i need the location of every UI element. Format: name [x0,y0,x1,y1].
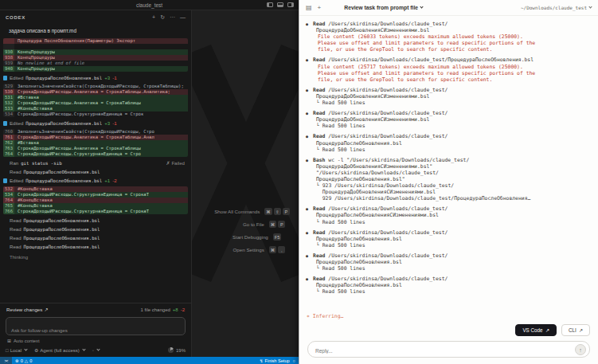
open-vscode-button[interactable]: VS Code ↗ [515,324,556,336]
diff-block: 532#КонецВставка534СтрокаДоходыИРасходы.… [3,186,188,214]
new-chat-icon[interactable]: + [152,14,155,20]
shortcut-row: Show All Commands⌘⇧P [192,208,299,215]
edited-file-row[interactable]: EditedПроцедураПослеОбновления.bsl+3-1 [3,120,188,126]
removed-count: -1 [112,120,116,126]
box-icon: □ [6,348,9,353]
arrow-up-right-icon: ↗ [44,307,48,312]
tool-result: └ Read 500 lines [306,242,590,249]
shortcut-label: Open Settings [205,247,264,252]
diff-row: 529ЗаполнитьЗначенияСвойств(СтрокаДоходы… [3,84,188,89]
composer-toolbar: □ Local ⚙ Agent (full access) ◦ 19% [6,347,186,353]
followup-input[interactable]: Ask for follow-up changes [6,317,186,335]
tool-command-line: ● Read /Users/skirdinsa/Downloads/claude… [306,57,590,63]
more-actions-icon[interactable]: ⋯ [170,14,175,20]
diff-code: No newline at end of file [14,61,84,66]
thinking-label: Thinking [10,254,188,260]
new-task-icon[interactable]: + [318,5,322,11]
tool-command-line: ● Bash wc -l "/Users/skirdinsa/Downloads… [306,157,590,182]
added-count: +3 [104,75,110,80]
diff-code: СтрокаДоходыИРасходы.Аналитика = СтрокаТ… [14,100,141,106]
diff-row: 764СтрокаДоходыИРасходы.СтруктурнаяЕдини… [3,151,188,157]
bullet-icon: ● [306,253,311,258]
auto-context-chip[interactable]: ⊞ Auto context [7,339,186,343]
bullet-icon: ● [306,88,311,92]
dot-icon: ◦ [92,348,94,353]
edited-label: Edited [10,178,23,183]
tool-argument: /Users/skirdinsa/Downloads/claude_test/ … [316,205,448,218]
bullet-icon: ● [306,206,311,211]
toggle-panel-icon[interactable] [277,2,283,7]
agent-mode-selector[interactable]: ⚙ Agent (full access) [34,347,85,353]
task-title-dropdown[interactable]: Review task from prompt file [344,5,423,10]
read-file-row[interactable]: ReadПроцедураПослеОбновления.bsl [3,217,188,223]
added-count: +1 [104,178,110,183]
bullet-icon: ● [306,111,311,115]
read-file-row[interactable]: ReadПроцедураПослеОбновления.bsl [3,244,188,249]
shortcut-keys: ⌘⇧P [264,208,290,215]
tool-result: └ 923 /Users/skirdinsa/Downloads/claude_… [306,182,590,202]
read-label: Read [10,217,21,223]
line-number: 939 [3,61,14,66]
diff-code: ЗаполнитьЗначенияСвойств(СтрокаДоходыИРа… [14,84,184,89]
read-label: Read [10,169,21,174]
bullet-icon: ● [306,57,311,62]
diff-row: 531#Вставка [3,95,188,100]
read-file-row[interactable]: ReadПроцедураПослеОбновления.bsl [3,169,188,174]
diff-row: 534СтрокаДоходыИРасходы.СтруктурнаяЕдини… [3,192,188,198]
sidebar-toggle-icon[interactable]: ▤ [306,5,312,11]
diff-row: 763СтрокаДоходыИРасходы.Аналитика = Стро… [3,146,188,151]
keycap: ⌘ [264,208,272,215]
diff-code: СтрокаДоходыИРасходы.СтруктурнаяЕдиница … [14,192,149,198]
tool-name: Read [313,57,328,63]
line-number: 761 [3,135,14,140]
line-number: 765 [3,203,14,209]
lightning-icon: ↯ [260,358,264,363]
log-entry: ● Read /Users/skirdinsa/Downloads/claude… [306,229,590,249]
notifications-bell-icon[interactable]: ○ [293,358,299,363]
line-number: 764 [3,198,14,203]
diff-row: 939No newline at end of file [3,61,188,66]
read-file-row[interactable]: ReadПроцедураПослеОбновления.bsl [3,226,188,232]
tool-result: └ Read 500 lines [306,123,590,129]
review-changes-link[interactable]: Review changes ↗ [6,307,48,312]
edited-file-row[interactable]: EditedПроцедураПослеОбновления.bsl+3-1 [3,75,188,80]
edited-file-row[interactable]: EditedПроцедураПослеОбновления.bsl+1-2 [3,178,188,183]
workspace-path-dropdown[interactable]: ~/Downloads/claude_test [521,5,592,10]
finish-setup-button[interactable]: ↯ Finish Setup [260,358,293,363]
keycap: , [278,246,285,253]
diff-code: СтрокаДоходыИРасходы.Аналитика = СтрокаТ… [14,146,141,151]
reply-input[interactable] [308,343,589,358]
model-selector[interactable]: ◦ [92,348,100,353]
environment-selector[interactable]: □ Local [6,348,27,353]
tool-error-result: File content (25717 tokens) exceeds maxi… [306,64,590,83]
read-file-row[interactable]: ReadПроцедураПослеОбновления.bsl [3,235,188,241]
ran-label: Ran [10,160,18,166]
remote-indicator[interactable]: >< [0,357,12,364]
external-link-icon: ↗ [579,327,583,333]
diff-block: 529ЗаполнитьЗначенияСвойств(СтрокаДоходы… [3,84,188,117]
diff-row: Процедура ПослеОбновления(Параметры) Экс… [3,38,188,44]
log-entry: ● Read /Users/skirdinsa/Downloads/claude… [306,21,590,53]
line-number [3,38,14,44]
toggle-sidebar-icon[interactable] [267,2,273,7]
diff-row: 765#КонецВставка [3,203,188,209]
edited-file-name: ПроцедураПослеОбновления.bsl [25,121,102,126]
problems-status[interactable]: ⊗ 0 △ 0 [12,358,35,363]
ran-command-row[interactable]: Rangit status -sib✗ Failed [3,160,188,166]
history-icon[interactable]: ↻ [160,14,165,20]
tool-result: └ Read 500 lines [306,219,590,225]
send-button[interactable]: ↑ [575,344,586,355]
screen: claude_test CODEX + ↻ ⋯ — задача о [0,0,598,364]
toggle-secondary-sidebar-icon[interactable] [287,2,294,7]
open-cli-button[interactable]: CLI ↗ [561,324,590,336]
read-file-name: ПроцедураПослеОбновления.bsl [24,218,100,223]
tool-argument: /Users/skirdinsa/Downloads/claude_test/ … [316,252,448,265]
user-message: задача описана в промпт.md [9,28,186,33]
shortcut-row: Start DebuggingF5 [192,233,299,241]
open-in-actions: VS Code ↗ CLI ↗ [299,323,598,341]
shortcut-keys: F5 [273,233,281,241]
tool-name: Read [313,133,328,139]
diff-code: #КонецВставка [14,186,53,192]
edited-file-name: ПроцедураПослеОбновления.bsl [25,76,102,80]
collapse-panel-icon[interactable]: — [180,14,186,20]
